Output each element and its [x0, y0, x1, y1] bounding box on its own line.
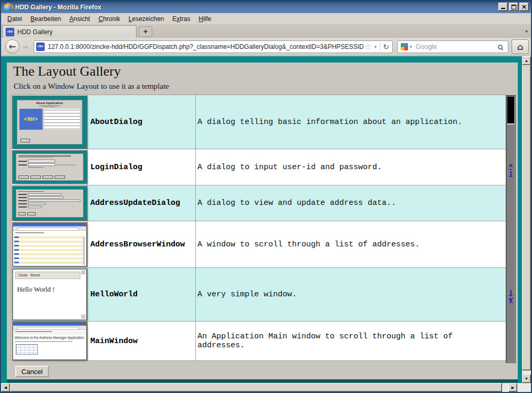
rh-logo: <RH>: [19, 109, 43, 130]
scrollbar-corner: [517, 383, 531, 392]
back-arrow-icon: ←: [9, 43, 16, 51]
thumbnail-logindialog[interactable]: [11, 149, 88, 185]
scroll-up-link[interactable]: ^|: [506, 164, 515, 178]
forward-arrow-icon: →: [23, 44, 28, 50]
page-title: The Layout Gallery: [13, 64, 121, 79]
navigation-toolbar: ← → <RH> 127.0.0.1:8000/zincke-hdd/HDD/G…: [1, 38, 531, 56]
thumbnail-addressbrowserwindow[interactable]: [11, 221, 88, 268]
layout-name[interactable]: AddressBrowserWindow: [87, 221, 196, 268]
layout-gallery-panel: The Layout Gallery Click on a Window Lay…: [7, 63, 518, 379]
vertical-scrollbar-thumb[interactable]: [522, 65, 531, 370]
close-button[interactable]: ×: [519, 3, 529, 11]
thumb-address-grid: [16, 344, 38, 355]
gallery-row-mainwindow[interactable]: Welcome to the Address Manager Applicati…: [12, 322, 506, 361]
home-icon: ⌂: [517, 42, 523, 52]
close-icon: ×: [521, 3, 527, 10]
search-input[interactable]: [416, 43, 498, 50]
google-logo-icon: [401, 43, 408, 50]
window-title: HDD Gallery - Mozilla Firefox: [15, 4, 101, 11]
site-favicon: <RH>: [36, 43, 45, 51]
list-all-tabs-icon[interactable]: ▾: [525, 28, 528, 34]
search-magnifier-icon[interactable]: [498, 45, 503, 49]
layout-description: A dialog to input user-id and password.: [195, 149, 506, 185]
menu-bearbeiten[interactable]: Bearbeiten: [26, 14, 65, 24]
gallery-table: About Application <RH>: [12, 95, 516, 363]
gallery-row-addressupdatedialog[interactable]: AddressUpdateDialog A dialog to view and…: [12, 185, 506, 221]
new-tab-button[interactable]: +: [139, 26, 152, 37]
home-button[interactable]: ⌂: [512, 39, 529, 54]
search-engine-dropdown-icon[interactable]: ▾: [410, 44, 412, 49]
menu-hilfe[interactable]: Hilfe: [194, 14, 215, 24]
layout-name[interactable]: AboutDialog: [87, 95, 196, 149]
bookmark-star-icon[interactable]: ☆: [364, 42, 371, 51]
layout-name[interactable]: MainWindow: [87, 321, 196, 361]
url-text[interactable]: 127.0.0.1:8000/zincke-hdd/HDD/GGFDispatc…: [48, 43, 363, 50]
reload-icon[interactable]: ↻: [383, 43, 389, 51]
horizontal-scrollbar-thumb[interactable]: [10, 383, 502, 392]
tab-label: HDD Gallery: [17, 28, 53, 36]
thumbnail-aboutdialog[interactable]: About Application <RH>: [11, 95, 88, 149]
thumb-address-list: [14, 236, 82, 265]
menu-datei[interactable]: Datei: [3, 14, 26, 24]
thumb-ok-button: [20, 139, 30, 142]
scroll-down-link[interactable]: |v: [506, 290, 515, 304]
gallery-scrollbar-thumb[interactable]: [507, 97, 514, 123]
divider: [380, 43, 380, 51]
thumbnail-helloworld[interactable]: Close About Hello World !: [11, 267, 88, 322]
menu-extras[interactable]: Extras: [168, 14, 194, 24]
firefox-icon: [4, 3, 12, 12]
thumbnail-mainwindow[interactable]: Welcome to the Address Manager Applicati…: [11, 321, 88, 361]
menu-chronik[interactable]: Chronik: [94, 14, 124, 24]
layout-name[interactable]: HelloWorld: [87, 267, 196, 322]
thumb-hello-text: Hello World !: [17, 285, 55, 294]
about-text-block: [44, 109, 80, 130]
layout-name[interactable]: LoginDialog: [87, 149, 196, 185]
scrollbar-up-button[interactable]: ▲: [522, 56, 531, 65]
minimize-icon: [501, 8, 505, 9]
url-dropdown-icon[interactable]: ▾: [374, 44, 377, 49]
page-subtitle: Click on a Window Layout to use it as a …: [14, 82, 169, 91]
url-bar[interactable]: <RH> 127.0.0.1:8000/zincke-hdd/HDD/GGFDi…: [34, 40, 393, 53]
gallery-row-logindialog[interactable]: LoginDialog A dialog to input user-id an…: [12, 149, 506, 185]
layout-description: A dialog to view and update address data…: [195, 185, 506, 221]
layout-description: A dialog telling basic information about…: [195, 95, 506, 149]
horizontal-scrollbar[interactable]: ◀ ▶: [1, 383, 517, 392]
forward-button[interactable]: →: [20, 42, 30, 51]
menu-lesezeichen[interactable]: Lesezeichen: [124, 14, 168, 24]
browser-window: HDD Gallery - Mozilla Firefox × Datei Be…: [0, 0, 532, 393]
thumb-welcome-heading: Welcome to the Address Manager Applicati…: [13, 335, 86, 340]
thumbnail-addressupdatedialog[interactable]: [11, 185, 88, 221]
tab-hdd-gallery[interactable]: <RH> HDD Gallery: [2, 25, 137, 38]
menubar: Datei Bearbeiten Ansicht Chronik Lesezei…: [1, 13, 531, 24]
scrollbar-left-button[interactable]: ◀: [1, 383, 10, 392]
gallery-scrollbar[interactable]: ^| |v: [506, 95, 516, 363]
scrollbar-down-button[interactable]: ▼: [522, 374, 531, 383]
maximize-icon: [512, 5, 516, 9]
vertical-scrollbar[interactable]: ▲ ▼: [522, 56, 531, 383]
titlebar[interactable]: HDD Gallery - Mozilla Firefox ×: [1, 1, 531, 13]
panel-shadow: [7, 379, 518, 382]
layout-description: An Application Main window to scroll thr…: [195, 321, 506, 361]
rh-favicon: <RH>: [6, 28, 14, 36]
browser-viewport: The Layout Gallery Click on a Window Lay…: [1, 56, 531, 392]
layout-description: A very simple window.: [195, 267, 506, 322]
layout-name[interactable]: AddressUpdateDialog: [87, 185, 196, 221]
cancel-button[interactable]: Cancel: [15, 366, 49, 377]
thumb-menu: Close About: [15, 272, 80, 279]
minimize-button[interactable]: [498, 3, 508, 11]
layout-description: A window to scroll through a list of add…: [195, 221, 506, 268]
scrollbar-right-button[interactable]: ▶: [508, 383, 517, 392]
search-box[interactable]: ▾: [397, 40, 508, 53]
back-button[interactable]: ←: [5, 39, 19, 54]
page-background: The Layout Gallery Click on a Window Lay…: [1, 56, 522, 383]
maximize-button[interactable]: [509, 3, 518, 11]
gallery-row-helloworld[interactable]: Close About Hello World ! HelloWorld A v…: [12, 268, 506, 322]
tabbar: <RH> HDD Gallery + ▾: [1, 24, 531, 38]
gallery-row-addressbrowserwindow[interactable]: AddressBrowserWindow A window to scroll …: [12, 221, 506, 268]
gallery-row-aboutdialog[interactable]: About Application <RH>: [12, 95, 506, 149]
menu-ansicht[interactable]: Ansicht: [65, 14, 94, 24]
